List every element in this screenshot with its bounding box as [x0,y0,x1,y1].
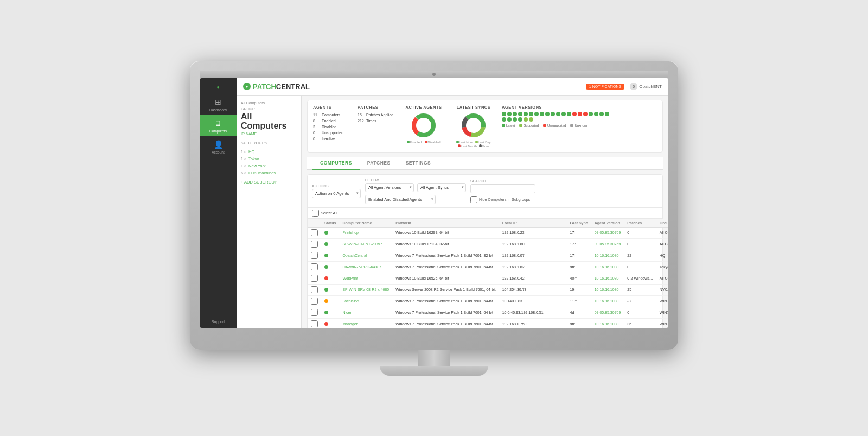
ir-name: IR NAME [241,132,297,136]
subgroup-newyork[interactable]: 1 ○ New York [241,162,297,169]
subgroup-tokyo[interactable]: 1 ○ Tokyo [241,155,297,162]
row-sync: 17h [567,238,591,250]
sidebar: ● ⊞ Dashboard 🖥 Computers 👤 Account Sup [200,78,237,328]
row-ip: 192.168.0.23 [499,227,567,238]
row-group: WIN7 [656,318,668,328]
row-checkbox[interactable] [308,227,321,238]
subgroup-hq[interactable]: 1 ○ HQ [241,148,297,155]
version-dot [518,112,522,116]
row-sync: 4d [567,307,591,318]
th-local-ip: Local IP [499,219,567,228]
version-dot [513,112,517,116]
notif-count: 1 [589,85,591,89]
row-ip: 192.168.0.750 [499,318,567,328]
page-title: All Computers [241,112,297,131]
filter3-select[interactable]: Enabled And Disabled Agents [365,195,436,204]
sidebar-item-computers[interactable]: 🖥 Computers [200,115,237,136]
computers-icon: 🖥 [213,118,223,128]
select-all-label[interactable]: Select All [312,210,337,217]
breadcrumb: All Computers [241,101,297,105]
th-checkbox [308,219,321,228]
patches-title: PATCHES [358,105,395,110]
add-subgroup-button[interactable]: + ADD SUBGROUP [241,180,297,185]
legend-unknown: Unknown [570,124,588,127]
topbar: ● PATCH CENTRAL 1 NOTIFICATIONS 0 Opa [237,78,668,96]
logo-icon: ● [243,83,251,90]
support-link[interactable]: Support [212,320,225,328]
select-all-checkbox[interactable] [312,210,319,217]
row-agent-version: 10.16.16.1080 [591,295,624,307]
row-status [321,250,339,261]
row-group: All Computers [656,227,668,238]
hide-subgroups-checkbox[interactable] [470,196,477,203]
filter2-select[interactable]: All Agent Syncs [417,183,466,192]
row-group: WIN7 [656,295,668,307]
user-menu[interactable]: 0 OpatchENT [630,83,662,90]
version-dot [502,112,506,116]
table-row[interactable]: QA-WIN-7-PRO-64387 Windows 7 Professiona… [308,261,668,273]
row-ip: 10.140.1.83 [499,295,567,307]
table-row[interactable]: SP-WIN-SRV-08-R2 x 4680 Windows Server 2… [308,284,668,295]
action-select[interactable]: Action on 0 Agents [312,189,361,198]
stand-base [380,366,488,376]
table-row[interactable]: Manager Windows 7 Professional Service P… [308,318,668,328]
row-checkbox[interactable] [308,284,321,295]
stand-neck [418,350,450,366]
sidebar-item-dashboard[interactable]: ⊞ Dashboard [200,94,237,115]
table-row[interactable]: Printshop Windows 10 Build 16299, 64-bit… [308,227,668,238]
filter1-select[interactable]: All Agent Versions [365,183,414,192]
row-checkbox[interactable] [308,318,321,328]
filter2-wrapper: All Agent Syncs [417,183,466,192]
row-checkbox[interactable] [308,273,321,284]
table-row[interactable]: LocalSrvs Windows 7 Professional Service… [308,295,668,307]
version-dot [594,112,598,116]
row-checkbox[interactable] [308,295,321,307]
computers-table: Status Computer Name Platform Local IP L… [308,219,668,328]
sidebar-account-label: Account [212,150,225,154]
legend-supported: Supported [519,124,539,127]
search-control: SEARCH Hide Computers In Subgroups [470,179,535,203]
row-agent-version: 09.05.85.30769 [591,227,624,238]
stat-patches-applied: 15Patches Applied [358,112,395,118]
tab-computers[interactable]: COMPUTERS [312,157,360,170]
subgroups-list: 1 ○ HQ 1 ○ Tokyo 1 ○ New York [241,148,297,176]
monitor-bezel: ● ⊞ Dashboard 🖥 Computers 👤 Account Sup [190,61,678,350]
active-agents-legend: Enabled Disabled [407,141,440,144]
row-patches: 22 [624,250,656,261]
row-checkbox[interactable] [308,250,321,261]
version-dot [502,117,506,122]
notifications-button[interactable]: 1 NOTIFICATIONS [586,84,624,90]
th-agent-version: Agent Version [591,219,624,228]
camera-dot [432,73,436,76]
version-dot [572,112,577,116]
subgroup-eos[interactable]: 6 ○ EOS machines [241,169,297,176]
table-row[interactable]: Nicer Windows 7 Professional Service Pac… [308,307,668,318]
version-dot [583,112,588,116]
row-sync: 17h [567,250,591,261]
row-ip: 10.0.40.93.192.168.0.51 [499,307,567,318]
agents-title: AGENTS [313,105,351,110]
table-row[interactable]: SP-WIN-10-ENT-20897 Windows 10 Build 171… [308,238,668,250]
th-group: Group [656,219,668,228]
tab-patches[interactable]: PATCHES [360,157,398,170]
tab-settings[interactable]: SETTINGS [398,157,439,170]
agent-versions-section: AGENT VERSIONS [502,105,657,127]
row-checkbox[interactable] [308,307,321,318]
row-agent-version: 10.16.16.1080 [591,250,624,261]
table-row[interactable]: WebPrint Windows 10 Build 16525, 64-bit … [308,273,668,284]
row-checkbox[interactable] [308,238,321,250]
version-dot [507,117,512,122]
main-tabs: COMPUTERS PATCHES SETTINGS [307,157,663,170]
table-row[interactable]: OpatchCentral Windows 7 Professional Ser… [308,250,668,261]
version-dots-grid [502,112,610,122]
stat-computers: 11Computers [313,112,351,118]
row-agent-version: 09.05.85.30769 [591,238,624,250]
row-checkbox[interactable] [308,261,321,273]
stat-unsupported: 0Unsupported [313,130,351,136]
row-sync: 9m [567,261,591,273]
search-input[interactable] [470,184,535,193]
sidebar-item-account[interactable]: 👤 Account [200,136,237,157]
row-patches: -8 [624,295,656,307]
version-dot [540,112,544,116]
monitor-top-chin [200,71,668,78]
